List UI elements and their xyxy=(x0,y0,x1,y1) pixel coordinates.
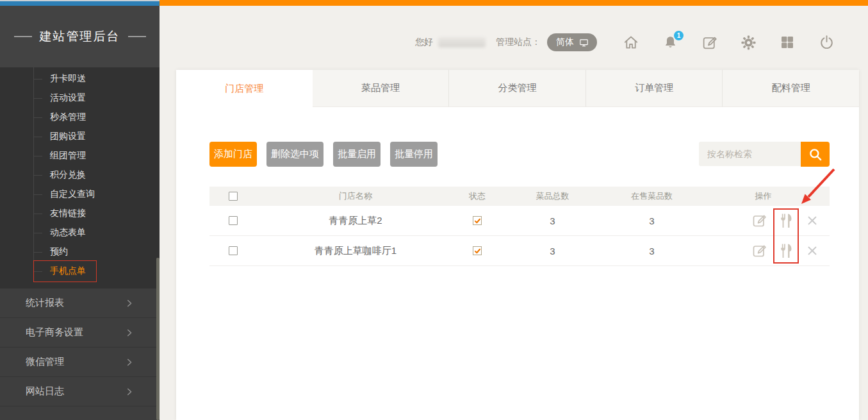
main-area: 您好 管理站点： 简体 1 xyxy=(160,0,868,420)
sidebar-submenu-item[interactable]: 积分兑换 xyxy=(0,165,160,185)
greeting-text: 您好 xyxy=(415,37,433,48)
sidebar-submenu-item[interactable]: 升卡即送 xyxy=(0,69,160,88)
tree-tick xyxy=(33,233,42,233)
content-card: 门店管理 菜品管理 分类管理 订单管理 配料管理 xyxy=(176,70,859,420)
tab[interactable]: 菜品管理 xyxy=(313,70,449,107)
column-header-actions: 操作 xyxy=(698,190,828,202)
table-row: 青青原上草2 3 3 xyxy=(209,206,830,236)
sidebar-item-label: 动态表单 xyxy=(50,227,86,239)
tree-tick xyxy=(33,271,42,272)
sidebar-submenu-item[interactable]: 秒杀管理 xyxy=(0,108,160,127)
tab[interactable]: 配料管理 xyxy=(722,70,859,107)
search-button[interactable] xyxy=(801,142,830,167)
sidebar-submenu-item[interactable]: 手机点单 xyxy=(0,262,160,281)
row-checkbox[interactable] xyxy=(229,216,238,225)
dishes-fork-knife-icon[interactable] xyxy=(778,242,795,260)
status-checkbox-checked[interactable] xyxy=(473,246,482,255)
toolbar-button[interactable]: 批量停用 xyxy=(390,142,438,167)
search-group xyxy=(699,142,830,167)
sidebar-submenu-item[interactable]: 活动设置 xyxy=(0,88,160,108)
tree-tick xyxy=(33,79,42,80)
dish-onsale: 3 xyxy=(605,215,698,226)
sidebar-item-label: 升卡即送 xyxy=(50,73,86,85)
header-icons: 1 xyxy=(623,34,835,51)
toolbar-button[interactable]: 删除选中项 xyxy=(266,142,323,167)
tree-tick xyxy=(33,117,42,118)
chevron-right-icon xyxy=(124,327,135,339)
search-input[interactable] xyxy=(699,142,801,166)
sidebar-item-label: 预约 xyxy=(50,246,68,258)
status-checkbox-checked[interactable] xyxy=(473,216,482,225)
sidebar-section-item[interactable]: 微信管理 xyxy=(0,348,160,377)
settings-gear-icon[interactable] xyxy=(740,34,757,51)
tab-label: 门店管理 xyxy=(225,83,263,95)
toolbar-button[interactable]: 批量启用 xyxy=(333,142,381,167)
home-icon[interactable] xyxy=(623,34,639,51)
tab-label: 配料管理 xyxy=(772,82,810,94)
edit-store-icon[interactable] xyxy=(751,243,767,258)
column-header-status: 状态 xyxy=(455,190,500,202)
title-dash-right xyxy=(128,36,146,37)
sidebar-item-label: 团购设置 xyxy=(50,131,86,142)
sidebar-submenu-item[interactable]: 自定义查询 xyxy=(0,185,160,204)
row-checkbox[interactable] xyxy=(229,246,238,255)
sidebar-item-label: 积分兑换 xyxy=(50,169,86,181)
tree-tick xyxy=(33,156,42,156)
tab[interactable]: 门店管理 xyxy=(176,70,313,107)
sidebar-item-label: 友情链接 xyxy=(50,208,86,219)
chevron-right-icon xyxy=(124,357,135,368)
sidebar-item-label: 组团管理 xyxy=(50,150,86,162)
sidebar-submenu-item[interactable]: 友情链接 xyxy=(0,204,160,223)
tab[interactable]: 分类管理 xyxy=(448,70,585,107)
delete-x-icon[interactable] xyxy=(806,214,819,227)
sidebar-section-label: 统计报表 xyxy=(26,297,64,309)
dishes-fork-knife-icon[interactable] xyxy=(778,212,795,230)
sidebar-submenu-item[interactable]: 预约 xyxy=(0,242,160,262)
tree-tick xyxy=(33,252,42,253)
toolbar: 添加门店 删除选中项 批量启用 批量停用 xyxy=(209,142,830,167)
sidebar-section-label: 微信管理 xyxy=(26,356,64,368)
site-label: 管理站点： xyxy=(496,37,541,48)
table-row: 青青原上草咖啡厅1 3 3 xyxy=(209,236,830,266)
tab-label: 订单管理 xyxy=(635,82,673,94)
sidebar-submenu-item[interactable]: 动态表单 xyxy=(0,223,160,242)
sidebar: 建站管理后台 升卡即送 活动设置 秒杀管理 团购设置 xyxy=(0,0,160,420)
sidebar-submenu: 升卡即送 活动设置 秒杀管理 团购设置 组团管理 xyxy=(0,67,160,288)
dish-total: 3 xyxy=(500,246,605,256)
sidebar-top-strip xyxy=(0,0,160,6)
chevron-right-icon xyxy=(124,298,135,309)
tab[interactable]: 订单管理 xyxy=(585,70,723,107)
top-header: 您好 管理站点： 简体 1 xyxy=(160,6,868,70)
sidebar-item-label: 自定义查询 xyxy=(50,189,95,200)
power-logout-icon[interactable] xyxy=(818,34,835,51)
tree-tick xyxy=(33,137,42,137)
sidebar-section-item[interactable]: 统计报表 xyxy=(0,289,160,318)
tree-tick xyxy=(33,194,42,195)
notifications-bell-icon[interactable]: 1 xyxy=(662,34,678,51)
store-name: 青青原上草咖啡厅1 xyxy=(256,245,455,257)
select-all-checkbox[interactable] xyxy=(229,192,238,201)
delete-x-icon[interactable] xyxy=(806,244,819,257)
sidebar-submenu-item[interactable]: 组团管理 xyxy=(0,146,160,165)
dish-onsale: 3 xyxy=(605,246,698,256)
check-icon xyxy=(474,248,481,255)
edit-compose-icon[interactable] xyxy=(701,34,717,51)
table-body: 青青原上草2 3 3 xyxy=(209,206,830,266)
toolbar-buttons: 添加门店 删除选中项 批量启用 批量停用 xyxy=(209,142,438,167)
redacted-username xyxy=(438,37,486,47)
sidebar-section-item[interactable]: 网站日志 xyxy=(0,377,160,407)
check-icon xyxy=(474,217,481,224)
apps-grid-icon[interactable] xyxy=(779,34,796,51)
title-dash-left xyxy=(14,36,32,37)
sidebar-submenu-item[interactable]: 团购设置 xyxy=(0,127,160,146)
app-title: 建站管理后台 xyxy=(40,28,120,45)
language-pill[interactable]: 简体 xyxy=(547,33,597,51)
column-header-name: 门店名称 xyxy=(256,190,455,202)
sidebar-section-item[interactable]: 电子商务设置 xyxy=(0,318,160,348)
language-pill-label: 简体 xyxy=(556,37,574,48)
toolbar-button[interactable]: 添加门店 xyxy=(209,142,257,167)
tree-tick xyxy=(33,98,42,99)
sidebar-item-label: 活动设置 xyxy=(50,92,86,104)
edit-store-icon[interactable] xyxy=(751,213,767,228)
column-header-total: 菜品总数 xyxy=(500,190,605,202)
